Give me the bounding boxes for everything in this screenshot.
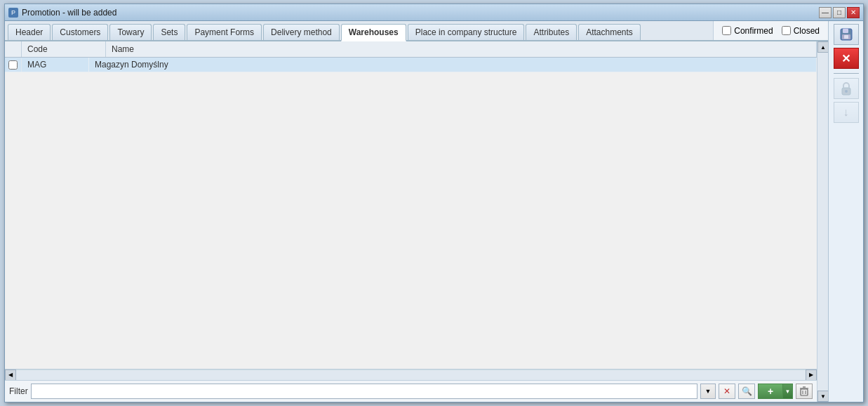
horizontal-scrollbar[interactable]: ◀ ▶ <box>5 369 817 380</box>
confirmed-label: Confirmed <box>734 26 773 36</box>
scroll-left-button[interactable]: ◀ <box>5 369 16 381</box>
tabs-section: Header Customers Towary Sets Payment For… <box>5 21 713 40</box>
vertical-scrollbar[interactable]: ▲ ▼ <box>817 41 828 402</box>
title-bar-left: P Promotion - will be added <box>8 8 116 18</box>
svg-rect-0 <box>801 389 808 395</box>
tab-attributes[interactable]: Attributes <box>526 24 577 40</box>
scroll-up-button[interactable]: ▲ <box>817 41 828 53</box>
svg-rect-8 <box>844 35 848 39</box>
title-buttons: — □ ✕ <box>819 7 860 18</box>
content-area: Header Customers Towary Sets Payment For… <box>5 21 863 402</box>
right-sidebar: ✕ ↓ <box>828 21 863 402</box>
tab-payment-forms[interactable]: Payment Forms <box>187 24 262 40</box>
scroll-track-vertical[interactable] <box>817 53 828 391</box>
confirmed-checkbox[interactable] <box>722 26 731 35</box>
tab-customers[interactable]: Customers <box>52 24 108 40</box>
window-icon: P <box>8 8 18 18</box>
th-code: Code <box>22 41 106 57</box>
add-button[interactable]: + <box>758 384 783 399</box>
closed-label: Closed <box>794 26 820 36</box>
table-main: Code Name MAG Magazyn Domyślny <box>5 41 817 402</box>
filter-label: Filter <box>9 386 28 396</box>
maximize-button[interactable]: □ <box>833 7 846 18</box>
tab-place-in-company[interactable]: Place in company structure <box>408 24 525 40</box>
closed-checkbox[interactable] <box>782 26 791 35</box>
save-button[interactable] <box>834 24 859 45</box>
filter-dropdown-button[interactable]: ▼ <box>700 384 716 399</box>
row-name: Magazyn Domyślny <box>89 58 817 72</box>
tab-attachments[interactable]: Attachments <box>578 24 641 40</box>
tabs-header-row: Header Customers Towary Sets Payment For… <box>5 21 828 41</box>
sidebar-separator <box>834 73 859 74</box>
table-row[interactable]: MAG Magazyn Domyślny <box>5 58 817 72</box>
add-button-group: + ▼ <box>758 384 793 399</box>
add-dropdown-button[interactable]: ▼ <box>783 384 793 399</box>
row-check[interactable] <box>5 58 22 72</box>
svg-rect-6 <box>843 29 848 33</box>
row-code: MAG <box>22 58 89 72</box>
tab-towary[interactable]: Towary <box>109 24 152 40</box>
discard-icon: ✕ <box>841 52 850 65</box>
confirmed-checkbox-group: Confirmed <box>722 26 773 36</box>
row-checkbox[interactable] <box>8 60 18 70</box>
title-bar: P Promotion - will be added — □ ✕ <box>5 4 863 21</box>
closed-checkbox-group: Closed <box>782 26 820 36</box>
tab-delivery-method[interactable]: Delivery method <box>263 24 340 40</box>
delete-button[interactable] <box>796 384 813 399</box>
tab-warehouses[interactable]: Warehouses <box>341 24 406 41</box>
svg-point-10 <box>845 90 848 93</box>
th-name: Name <box>106 41 817 57</box>
main-panel: Header Customers Towary Sets Payment For… <box>5 21 828 402</box>
arrow-down-button[interactable]: ↓ <box>834 102 859 123</box>
table-header: Code Name <box>5 41 817 58</box>
filter-row: Filter ▼ ✕ 🔍 + ▼ <box>5 380 817 402</box>
table-area: Code Name MAG Magazyn Domyślny <box>5 41 828 402</box>
table-body: MAG Magazyn Domyślny <box>5 58 817 369</box>
lock-button[interactable] <box>834 78 859 99</box>
arrow-down-icon: ↓ <box>843 106 849 119</box>
lock-icon <box>840 81 853 96</box>
confirmed-section: Confirmed Closed <box>713 21 828 40</box>
discard-button[interactable]: ✕ <box>834 48 859 69</box>
scroll-track[interactable] <box>16 369 806 381</box>
main-window: P Promotion - will be added — □ ✕ Header… <box>4 4 864 402</box>
scroll-down-button[interactable]: ▼ <box>817 391 828 402</box>
th-check <box>5 41 22 57</box>
minimize-button[interactable]: — <box>819 7 832 18</box>
window-title: Promotion - will be added <box>22 8 116 18</box>
filter-input[interactable] <box>31 384 697 399</box>
filter-search-button[interactable]: 🔍 <box>738 384 755 399</box>
filter-clear-button[interactable]: ✕ <box>719 384 735 399</box>
close-button[interactable]: ✕ <box>847 7 860 18</box>
save-icon <box>839 27 853 41</box>
tab-sets[interactable]: Sets <box>153 24 185 40</box>
delete-icon <box>799 386 809 396</box>
tab-header[interactable]: Header <box>8 24 51 40</box>
scroll-right-button[interactable]: ▶ <box>806 369 817 381</box>
